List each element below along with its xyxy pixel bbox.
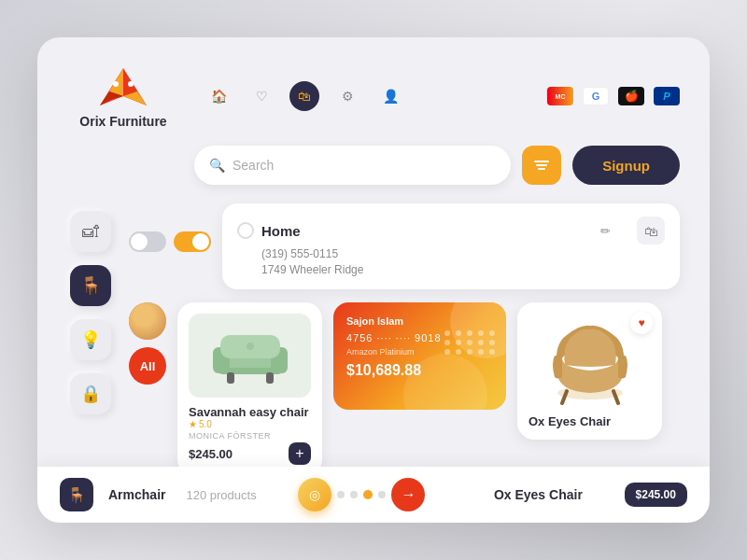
svg-rect-14 — [266, 372, 274, 384]
mastercard-icon: MC — [547, 87, 573, 105]
user-filter: All — [129, 302, 166, 385]
product-name-row-2: Ox Eyes Chair — [529, 414, 651, 428]
card-dots-pattern — [444, 330, 497, 355]
all-filter-button[interactable]: All — [129, 347, 166, 385]
products-count: 120 products — [186, 488, 256, 502]
product-name-1: Savannah easy chair — [189, 405, 311, 419]
toggle-on[interactable] — [174, 231, 211, 252]
nav-icons: 🏠 ♡ 🛍 ⚙ 👤 — [204, 81, 405, 111]
svg-point-4 — [113, 81, 119, 87]
nav-dot-1[interactable] — [337, 491, 345, 498]
header: Orix Furniture 🏠 ♡ 🛍 ⚙ 👤 MC G 🍎 P — [67, 63, 680, 129]
product-card-2: ♥ — [517, 302, 662, 440]
sidebar-lamp-icon[interactable]: 💡 — [70, 319, 111, 360]
bottom-product-name: Ox Eyes Chair — [494, 487, 583, 502]
bottom-bar: 🪑 Armchair 120 products ◎ → Ox Eyes Chai… — [37, 467, 710, 523]
nav-settings-icon[interactable]: ⚙ — [332, 81, 362, 111]
middle-section: Home ✏ 🛍 (319) 555-0115 1749 Wheeler Rid… — [129, 203, 680, 476]
product-author-1: MONICA FÖRSTER — [189, 431, 311, 441]
avatar-face — [129, 302, 166, 340]
svg-point-16 — [247, 343, 254, 350]
toggle-off[interactable] — [129, 231, 166, 252]
product-rating-1: ★ 5.0 — [189, 419, 311, 429]
next-button[interactable]: → — [391, 478, 425, 511]
bottom-row: All — [129, 302, 680, 476]
category-name: Armchair — [108, 487, 165, 502]
nav-dot-2[interactable] — [350, 491, 358, 498]
product-image-1 — [189, 314, 311, 398]
sidebar-sofa-icon[interactable]: 🛋 — [70, 211, 111, 252]
sidebar-lock-icon[interactable]: 🔒 — [70, 373, 111, 414]
signup-button[interactable]: Signup — [572, 146, 680, 185]
search-box[interactable]: 🔍 Search — [194, 146, 511, 185]
google-pay-icon: G — [583, 87, 609, 105]
address-title: Home — [261, 223, 301, 239]
spinner-button[interactable]: ◎ — [298, 478, 331, 511]
nav-dot-3[interactable] — [363, 490, 373, 499]
search-placeholder: Search — [233, 158, 274, 173]
product-price-row-1: $245.00 + — [189, 442, 311, 465]
nav-user-icon[interactable]: 👤 — [375, 81, 405, 111]
logo-area: Orix Furniture — [67, 63, 179, 129]
product-card-1: Savannah easy chair ★ 5.0 MONICA FÖRSTER… — [177, 302, 322, 476]
fox-logo — [95, 63, 151, 110]
bag-icon-address[interactable]: 🛍 — [637, 217, 665, 245]
address-phone: (319) 555-0115 — [237, 247, 665, 260]
user-avatar[interactable] — [129, 302, 166, 340]
ox-eyes-chair-img — [534, 316, 646, 405]
search-row: 🔍 Search Signup — [67, 146, 680, 185]
nav-dot-4[interactable] — [378, 491, 386, 498]
savannah-chair-img — [204, 321, 297, 391]
product-name-2: Ox Eyes Chair — [529, 414, 611, 428]
payment-brands: MC G 🍎 P — [547, 87, 680, 105]
sidebar-icons: 🛋 🪑 💡 🔒 — [67, 203, 114, 476]
edit-icon[interactable]: ✏ — [600, 224, 611, 238]
address-street: 1749 Wheeler Ridge — [237, 263, 665, 276]
payment-card: Sajon Islam 4756 ···· ···· 9018 Amazon P… — [333, 302, 506, 410]
product-price-1: $245.00 — [189, 447, 233, 461]
nav-dots: ◎ → — [298, 478, 425, 511]
toggle-area — [129, 231, 211, 252]
address-header: Home ✏ 🛍 — [237, 217, 665, 245]
paypal-icon: P — [654, 87, 680, 105]
main-card: Orix Furniture 🏠 ♡ 🛍 ⚙ 👤 MC G 🍎 P 🔍 Sear… — [37, 37, 710, 523]
address-radio[interactable] — [237, 222, 254, 239]
heart-badge[interactable]: ♥ — [630, 312, 653, 334]
svg-rect-13 — [227, 372, 234, 384]
apple-pay-icon: 🍎 — [618, 87, 644, 105]
address-card: Home ✏ 🛍 (319) 555-0115 1749 Wheeler Rid… — [222, 203, 680, 289]
bottom-product-price: $245.00 — [625, 483, 687, 507]
nav-bag-icon[interactable]: 🛍 — [289, 81, 319, 111]
nav-home-icon[interactable]: 🏠 — [204, 81, 233, 111]
add-to-cart-button-1[interactable]: + — [289, 442, 311, 465]
nav-heart-icon[interactable]: ♡ — [247, 81, 276, 111]
main-content: 🛋 🪑 💡 🔒 Home ✏ 🛍 — [67, 203, 680, 476]
filter-icon — [533, 159, 550, 172]
svg-point-5 — [128, 81, 134, 87]
app-title: Orix Furniture — [79, 114, 166, 129]
search-icon: 🔍 — [209, 158, 225, 173]
sidebar-chair-icon[interactable]: 🪑 — [70, 265, 111, 306]
filter-button[interactable] — [522, 146, 561, 185]
category-icon: 🪑 — [60, 478, 93, 511]
